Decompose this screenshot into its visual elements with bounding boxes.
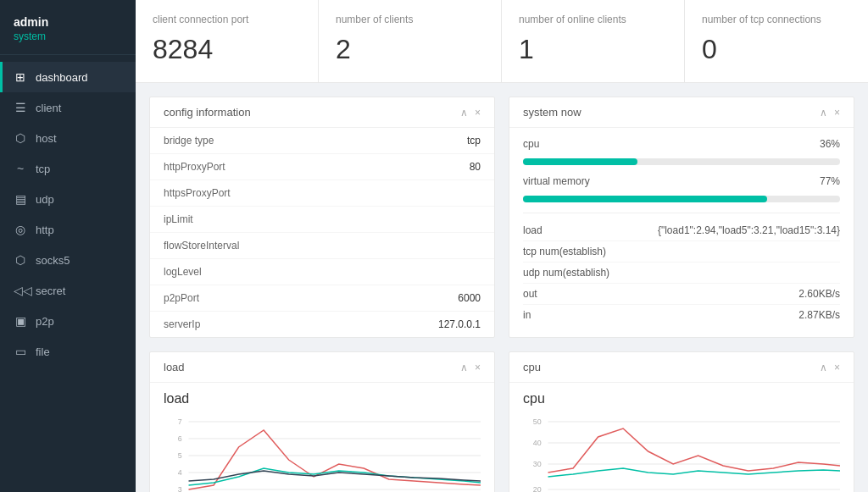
- content-area: config information ∧ × bridge type tcpht…: [136, 83, 868, 351]
- config-key: flowStoreInterval: [164, 240, 239, 252]
- nav-label-socks5: socks5: [36, 254, 70, 267]
- client-icon: ☰: [14, 101, 27, 114]
- sidebar: admin system ⊞ dashboard☰ client⬡ host~ …: [0, 0, 136, 492]
- config-panel: config information ∧ × bridge type tcpht…: [149, 97, 495, 338]
- sidebar-item-secret[interactable]: ◁◁ secret: [0, 275, 136, 306]
- system-close-btn[interactable]: ×: [834, 107, 840, 119]
- vm-progress-bg: [523, 196, 840, 202]
- stat-card-number-of-clients: number of clients 2: [319, 0, 502, 82]
- system-collapse-btn[interactable]: ∧: [820, 107, 827, 119]
- svg-text:40: 40: [533, 439, 542, 447]
- config-row-p2pPort: p2pPort 6000: [150, 285, 494, 312]
- vm-progress-fill: [523, 196, 767, 202]
- sidebar-item-http[interactable]: ◎ http: [0, 214, 136, 245]
- nav-label-file: file: [36, 346, 50, 358]
- sidebar-item-udp[interactable]: ▤ udp: [0, 184, 136, 214]
- cpu-chart-container: cpu 50 40 30 20: [509, 383, 854, 492]
- config-row-bridge-type: bridge type tcp: [150, 128, 494, 154]
- config-close-btn[interactable]: ×: [475, 107, 481, 119]
- cpu-chart-svg: 50 40 30 20: [523, 413, 840, 492]
- cpu-label: cpu: [523, 138, 539, 150]
- svg-text:50: 50: [533, 417, 542, 426]
- load-chart-title-label: load: [164, 361, 185, 373]
- user-section: admin system: [0, 0, 136, 55]
- udp-icon: ▤: [14, 192, 27, 206]
- system-stats: load {"load1":2.94,"load5":3.21,"load15"…: [523, 220, 840, 325]
- cpu-progress-fill: [523, 158, 637, 165]
- system-panel: system now ∧ × cpu 36% virtual memory 77…: [509, 97, 854, 338]
- nav-label-client: client: [36, 102, 61, 114]
- svg-text:20: 20: [533, 485, 542, 492]
- sys-stat-value: 2.60KB/s: [798, 288, 840, 300]
- sys-stat-value: {"load1":2.94,"load5":3.21,"load15":3.14…: [658, 224, 840, 236]
- user-name: admin: [14, 15, 122, 29]
- stat-card-label: number of clients: [336, 14, 484, 25]
- nav-label-secret: secret: [36, 285, 65, 297]
- sidebar-item-socks5[interactable]: ⬡ socks5: [0, 245, 136, 275]
- sys-stat-key: in: [523, 309, 531, 321]
- sidebar-item-file[interactable]: ▭ file: [0, 336, 136, 367]
- nav-label-http: http: [36, 224, 54, 236]
- sidebar-item-client[interactable]: ☰ client: [0, 92, 136, 123]
- nav-label-tcp: tcp: [36, 163, 50, 175]
- sidebar-item-tcp[interactable]: ~ tcp: [0, 153, 136, 184]
- stat-card-value: 0: [702, 34, 851, 65]
- load-chart-container: load 7 6 5 4 3: [150, 383, 494, 492]
- svg-text:6: 6: [178, 434, 182, 443]
- nav-label-host: host: [36, 132, 57, 145]
- host-icon: ⬡: [14, 131, 27, 145]
- config-row-httpProxyPort: httpProxyPort 80: [150, 154, 494, 180]
- tcp-icon: ~: [14, 162, 27, 175]
- config-panel-title: config information: [164, 106, 251, 119]
- bottom-charts-row: load ∧ × load 7 6 5: [136, 351, 868, 492]
- config-row-flowStoreInterval: flowStoreInterval: [150, 233, 494, 259]
- dashboard-icon: ⊞: [14, 70, 27, 84]
- cpu-progress-bg: [523, 158, 840, 165]
- load-chart-svg: 7 6 5 4 3: [164, 413, 481, 492]
- sys-stat-in: in 2.87KB/s: [523, 305, 840, 325]
- cpu-collapse-btn[interactable]: ∧: [820, 362, 827, 373]
- sys-stat-tcp-num(establish): tcp num(establish): [523, 241, 840, 263]
- config-val: tcp: [467, 135, 481, 146]
- p2p-icon: ▣: [14, 314, 27, 328]
- svg-text:30: 30: [533, 460, 542, 468]
- nav-label-dashboard: dashboard: [36, 71, 87, 84]
- http-icon: ◎: [14, 223, 27, 236]
- cpu-close-btn[interactable]: ×: [834, 362, 840, 373]
- cpu-percent: 36%: [820, 138, 840, 150]
- load-collapse-btn[interactable]: ∧: [460, 362, 468, 373]
- system-panel-header: system now ∧ ×: [509, 97, 854, 128]
- vm-label: virtual memory: [523, 175, 590, 187]
- cpu-chart-header: cpu ∧ ×: [509, 352, 854, 383]
- nav-label-p2p: p2p: [36, 315, 54, 328]
- config-val: 80: [470, 161, 481, 173]
- load-chart-controls: ∧ ×: [460, 362, 481, 373]
- sidebar-item-dashboard[interactable]: ⊞ dashboard: [0, 62, 136, 92]
- vm-row-label: virtual memory 77%: [523, 175, 840, 187]
- main-content: client connection port 8284number of cli…: [136, 0, 868, 492]
- stat-card-label: client connection port: [153, 14, 301, 25]
- stat-card-value: 8284: [153, 34, 301, 65]
- cpu-chart-controls: ∧ ×: [820, 362, 840, 373]
- system-rows: cpu 36% virtual memory 77% load {"load1"…: [509, 128, 854, 335]
- config-row-logLevel: logLevel: [150, 259, 494, 285]
- config-collapse-btn[interactable]: ∧: [460, 107, 468, 119]
- load-close-btn[interactable]: ×: [475, 362, 481, 373]
- config-key: httpsProxyPort: [164, 187, 231, 199]
- sys-stat-key: load: [523, 224, 542, 236]
- config-panel-controls: ∧ ×: [460, 107, 481, 119]
- config-row-ipLimit: ipLimit: [150, 207, 494, 233]
- config-key: ipLimit: [164, 213, 193, 225]
- socks5-icon: ⬡: [14, 253, 27, 267]
- svg-text:7: 7: [178, 417, 182, 426]
- sys-stat-udp-num(establish): udp num(establish): [523, 263, 840, 284]
- stat-card-label: number of tcp connections: [702, 14, 851, 25]
- sidebar-item-host[interactable]: ⬡ host: [0, 123, 136, 153]
- nav-label-udp: udp: [36, 193, 54, 206]
- config-key: serverIp: [164, 318, 200, 330]
- sys-stat-value: 2.87KB/s: [798, 309, 840, 321]
- sys-stat-out: out 2.60KB/s: [523, 284, 840, 305]
- vm-percent: 77%: [820, 175, 840, 187]
- config-row-httpsProxyPort: httpsProxyPort: [150, 180, 494, 207]
- sidebar-item-p2p[interactable]: ▣ p2p: [0, 306, 136, 336]
